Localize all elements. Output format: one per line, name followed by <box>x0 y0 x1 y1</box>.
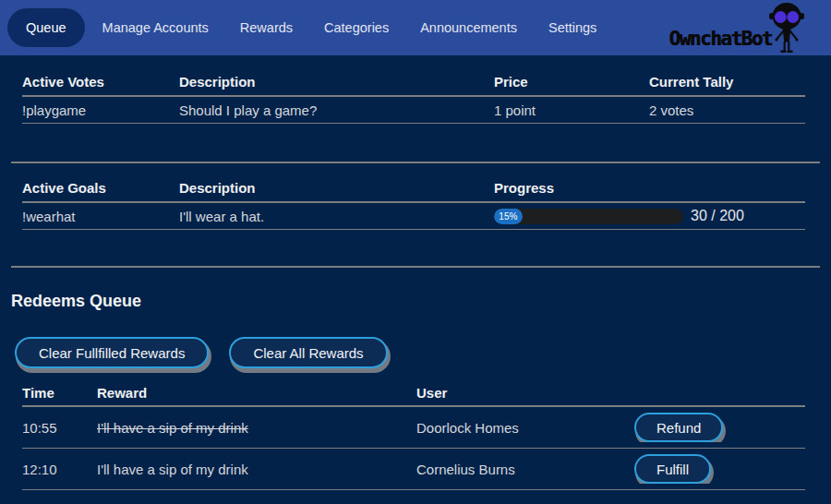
vote-tally: 2 votes <box>649 102 805 118</box>
redeem-action-cell: Fulfill <box>634 454 805 484</box>
redeems-queue-title: Redeems Queue <box>11 292 820 311</box>
column-header-active-votes: Active Votes <box>22 74 179 90</box>
vote-command: !playgame <box>22 102 179 118</box>
goal-description: I'll wear a hat. <box>179 209 494 224</box>
redeem-action-cell: Refund <box>634 413 805 442</box>
main-content: Active Votes Description Price Current T… <box>0 55 831 490</box>
active-goals-table: Active Goals Description Progress !wearh… <box>22 174 805 230</box>
active-votes-table: Active Votes Description Price Current T… <box>22 68 805 124</box>
column-header-time: Time <box>22 385 97 401</box>
app-logo: OwnchatBot <box>669 2 809 55</box>
column-header-active-goals: Active Goals <box>22 180 179 196</box>
app-logo-text: OwnchatBot <box>669 28 772 55</box>
column-header-reward: Reward <box>97 385 416 401</box>
redeem-time: 10:55 <box>22 420 97 436</box>
column-header-current-tally: Current Tally <box>649 74 805 90</box>
goal-progress-text: 30 / 200 <box>691 208 744 224</box>
column-header-price: Price <box>494 74 649 90</box>
vote-description: Should I play a game? <box>179 102 494 118</box>
clear-fulfilled-rewards-button[interactable]: Clear Fullfilled Rewards <box>15 337 209 368</box>
tab-categories[interactable]: Categories <box>308 8 404 47</box>
column-header-progress: Progress <box>494 180 805 196</box>
table-row: !playgame Should I play a game? 1 point … <box>22 97 805 124</box>
redeem-reward: I'll have a sip of my drink <box>97 462 416 477</box>
redeem-time: 12:10 <box>22 462 97 477</box>
clear-all-rewards-button[interactable]: Clear All Rewards <box>229 337 387 368</box>
redeem-user: Doorlock Homes <box>416 420 634 436</box>
section-divider <box>11 162 820 163</box>
redeems-table: Time Reward User 10:55 I'll have a sip o… <box>22 379 805 490</box>
tab-rewards[interactable]: Rewards <box>224 8 308 47</box>
tab-manage-accounts[interactable]: Manage Accounts <box>87 8 224 47</box>
tab-announcements[interactable]: Announcements <box>404 8 533 47</box>
active-goals-header-row: Active Goals Description Progress <box>22 174 805 203</box>
goal-progress-cell: 15% 30 / 200 <box>494 208 805 224</box>
redeem-user: Cornelius Burns <box>416 462 634 477</box>
table-row: 10:55 I'll have a sip of my drink Doorlo… <box>22 407 805 449</box>
redeem-reward: I'll have a sip of my drink <box>97 420 416 436</box>
redeems-actions: Clear Fullfilled Rewards Clear All Rewar… <box>15 337 820 368</box>
column-header-user: User <box>416 385 634 401</box>
refund-button[interactable]: Refund <box>634 413 723 442</box>
tab-settings[interactable]: Settings <box>533 8 612 47</box>
robot-mascot-icon <box>765 2 809 55</box>
redeems-header-row: Time Reward User <box>22 379 805 407</box>
column-header-description: Description <box>179 74 494 90</box>
goal-progress-fill: 15% <box>494 209 523 224</box>
table-row: !wearhat I'll wear a hat. 15% 30 / 200 <box>22 203 805 230</box>
fulfill-button[interactable]: Fulfill <box>634 454 711 484</box>
goal-progress-bar: 15% <box>494 209 683 224</box>
table-row: 12:10 I'll have a sip of my drink Cornel… <box>22 449 805 490</box>
top-navbar: Queue Manage Accounts Rewards Categories… <box>0 0 831 55</box>
section-divider <box>11 266 820 268</box>
column-header-description: Description <box>179 180 494 196</box>
goal-command: !wearhat <box>22 209 179 224</box>
tab-queue[interactable]: Queue <box>7 8 85 47</box>
vote-price: 1 point <box>494 102 649 118</box>
active-votes-header-row: Active Votes Description Price Current T… <box>22 68 805 97</box>
